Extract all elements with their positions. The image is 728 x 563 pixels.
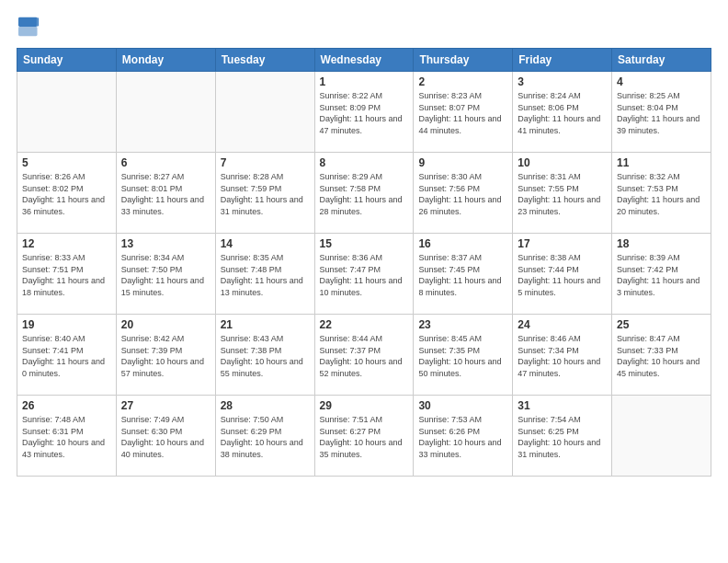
day-cell (17, 72, 117, 153)
day-info: Sunrise: 8:30 AM Sunset: 7:56 PM Dayligh… (418, 171, 507, 217)
week-row-5: 26Sunrise: 7:48 AM Sunset: 6:31 PM Dayli… (17, 396, 711, 477)
weekday-sunday: Sunday (17, 49, 117, 72)
day-cell: 26Sunrise: 7:48 AM Sunset: 6:31 PM Dayli… (17, 396, 117, 477)
day-info: Sunrise: 8:40 AM Sunset: 7:41 PM Dayligh… (22, 333, 111, 379)
day-info: Sunrise: 8:39 AM Sunset: 7:42 PM Dayligh… (617, 252, 706, 298)
svg-marker-2 (38, 17, 39, 27)
day-cell: 12Sunrise: 8:33 AM Sunset: 7:51 PM Dayli… (17, 234, 117, 315)
day-cell: 22Sunrise: 8:44 AM Sunset: 7:37 PM Dayli… (314, 315, 414, 396)
day-number: 9 (418, 156, 507, 169)
day-cell: 23Sunrise: 8:45 AM Sunset: 7:35 PM Dayli… (414, 315, 513, 396)
day-info: Sunrise: 8:29 AM Sunset: 7:58 PM Dayligh… (320, 171, 409, 217)
day-number: 10 (518, 156, 607, 169)
day-number: 2 (418, 75, 507, 88)
day-cell: 28Sunrise: 7:50 AM Sunset: 6:29 PM Dayli… (215, 396, 314, 477)
day-cell: 29Sunrise: 7:51 AM Sunset: 6:27 PM Dayli… (314, 396, 414, 477)
day-info: Sunrise: 8:33 AM Sunset: 7:51 PM Dayligh… (22, 252, 111, 298)
day-info: Sunrise: 7:50 AM Sunset: 6:29 PM Dayligh… (221, 414, 310, 460)
day-cell: 10Sunrise: 8:31 AM Sunset: 7:55 PM Dayli… (513, 153, 612, 234)
day-number: 8 (320, 156, 409, 169)
weekday-header-row: SundayMondayTuesdayWednesdayThursdayFrid… (17, 49, 711, 72)
day-number: 19 (22, 318, 111, 331)
day-cell: 21Sunrise: 8:43 AM Sunset: 7:38 PM Dayli… (215, 315, 314, 396)
day-number: 22 (320, 318, 409, 331)
day-info: Sunrise: 7:48 AM Sunset: 6:31 PM Dayligh… (22, 414, 111, 460)
day-cell: 6Sunrise: 8:27 AM Sunset: 8:01 PM Daylig… (116, 153, 215, 234)
day-number: 5 (22, 156, 111, 169)
day-info: Sunrise: 8:43 AM Sunset: 7:38 PM Dayligh… (221, 333, 310, 379)
day-cell: 24Sunrise: 8:46 AM Sunset: 7:34 PM Dayli… (513, 315, 612, 396)
logo-icon (18, 17, 39, 37)
day-cell: 5Sunrise: 8:26 AM Sunset: 8:02 PM Daylig… (17, 153, 117, 234)
day-cell: 18Sunrise: 8:39 AM Sunset: 7:42 PM Dayli… (612, 234, 711, 315)
day-cell: 20Sunrise: 8:42 AM Sunset: 7:39 PM Dayli… (116, 315, 215, 396)
day-cell: 2Sunrise: 8:23 AM Sunset: 8:07 PM Daylig… (414, 72, 513, 153)
calendar: SundayMondayTuesdayWednesdayThursdayFrid… (17, 48, 711, 477)
day-number: 16 (418, 237, 507, 250)
svg-rect-0 (18, 17, 38, 27)
day-info: Sunrise: 8:31 AM Sunset: 7:55 PM Dayligh… (518, 171, 607, 217)
day-info: Sunrise: 8:28 AM Sunset: 7:59 PM Dayligh… (221, 171, 310, 217)
day-info: Sunrise: 7:49 AM Sunset: 6:30 PM Dayligh… (121, 414, 210, 460)
day-info: Sunrise: 8:35 AM Sunset: 7:48 PM Dayligh… (221, 252, 310, 298)
day-number: 1 (320, 75, 409, 88)
weekday-friday: Friday (513, 49, 612, 72)
day-cell: 14Sunrise: 8:35 AM Sunset: 7:48 PM Dayli… (215, 234, 314, 315)
day-info: Sunrise: 8:25 AM Sunset: 8:04 PM Dayligh… (617, 90, 706, 136)
weekday-saturday: Saturday (612, 49, 711, 72)
day-cell: 30Sunrise: 7:53 AM Sunset: 6:26 PM Dayli… (414, 396, 513, 477)
day-number: 26 (22, 399, 111, 412)
day-info: Sunrise: 8:45 AM Sunset: 7:35 PM Dayligh… (418, 333, 507, 379)
day-cell: 1Sunrise: 8:22 AM Sunset: 8:09 PM Daylig… (314, 72, 414, 153)
week-row-3: 12Sunrise: 8:33 AM Sunset: 7:51 PM Dayli… (17, 234, 711, 315)
day-number: 12 (22, 237, 111, 250)
day-cell: 3Sunrise: 8:24 AM Sunset: 8:06 PM Daylig… (513, 72, 612, 153)
day-number: 30 (418, 399, 507, 412)
day-info: Sunrise: 8:23 AM Sunset: 8:07 PM Dayligh… (418, 90, 507, 136)
weekday-monday: Monday (116, 49, 215, 72)
day-info: Sunrise: 8:34 AM Sunset: 7:50 PM Dayligh… (121, 252, 210, 298)
day-cell: 9Sunrise: 8:30 AM Sunset: 7:56 PM Daylig… (414, 153, 513, 234)
day-number: 13 (121, 237, 210, 250)
day-number: 15 (320, 237, 409, 250)
weekday-wednesday: Wednesday (314, 49, 414, 72)
day-cell: 15Sunrise: 8:36 AM Sunset: 7:47 PM Dayli… (314, 234, 414, 315)
weekday-thursday: Thursday (414, 49, 513, 72)
day-info: Sunrise: 8:24 AM Sunset: 8:06 PM Dayligh… (518, 90, 607, 136)
day-cell (612, 396, 711, 477)
day-info: Sunrise: 7:51 AM Sunset: 6:27 PM Dayligh… (320, 414, 409, 460)
day-cell: 13Sunrise: 8:34 AM Sunset: 7:50 PM Dayli… (116, 234, 215, 315)
day-cell (116, 72, 215, 153)
day-info: Sunrise: 8:32 AM Sunset: 7:53 PM Dayligh… (617, 171, 706, 217)
day-number: 27 (121, 399, 210, 412)
day-cell: 27Sunrise: 7:49 AM Sunset: 6:30 PM Dayli… (116, 396, 215, 477)
day-number: 11 (617, 156, 706, 169)
day-cell: 4Sunrise: 8:25 AM Sunset: 8:04 PM Daylig… (612, 72, 711, 153)
day-number: 24 (518, 318, 607, 331)
day-cell: 25Sunrise: 8:47 AM Sunset: 7:33 PM Dayli… (612, 315, 711, 396)
week-row-2: 5Sunrise: 8:26 AM Sunset: 8:02 PM Daylig… (17, 153, 711, 234)
day-cell: 17Sunrise: 8:38 AM Sunset: 7:44 PM Dayli… (513, 234, 612, 315)
day-cell: 31Sunrise: 7:54 AM Sunset: 6:25 PM Dayli… (513, 396, 612, 477)
day-info: Sunrise: 8:27 AM Sunset: 8:01 PM Dayligh… (121, 171, 210, 217)
day-cell (215, 72, 314, 153)
day-info: Sunrise: 8:44 AM Sunset: 7:37 PM Dayligh… (320, 333, 409, 379)
week-row-4: 19Sunrise: 8:40 AM Sunset: 7:41 PM Dayli… (17, 315, 711, 396)
day-info: Sunrise: 8:26 AM Sunset: 8:02 PM Dayligh… (22, 171, 111, 217)
day-info: Sunrise: 8:37 AM Sunset: 7:45 PM Dayligh… (418, 252, 507, 298)
day-info: Sunrise: 7:53 AM Sunset: 6:26 PM Dayligh… (418, 414, 507, 460)
svg-rect-1 (18, 27, 38, 36)
day-number: 28 (221, 399, 310, 412)
day-number: 3 (518, 75, 607, 88)
header (17, 17, 711, 40)
day-info: Sunrise: 8:38 AM Sunset: 7:44 PM Dayligh… (518, 252, 607, 298)
day-number: 7 (221, 156, 310, 169)
day-cell: 11Sunrise: 8:32 AM Sunset: 7:53 PM Dayli… (612, 153, 711, 234)
day-number: 21 (221, 318, 310, 331)
logo (17, 17, 42, 40)
day-number: 6 (121, 156, 210, 169)
day-number: 23 (418, 318, 507, 331)
day-info: Sunrise: 8:22 AM Sunset: 8:09 PM Dayligh… (320, 90, 409, 136)
day-number: 17 (518, 237, 607, 250)
day-info: Sunrise: 8:46 AM Sunset: 7:34 PM Dayligh… (518, 333, 607, 379)
